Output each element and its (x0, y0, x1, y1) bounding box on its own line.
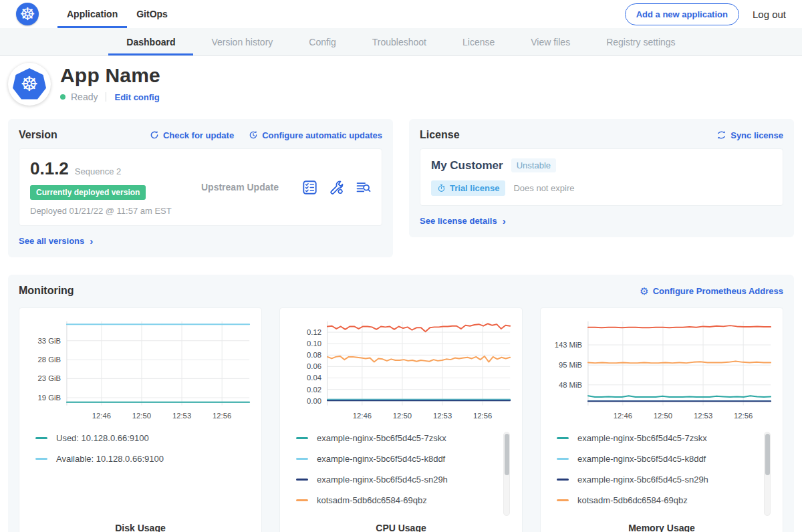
configure-automatic-updates-link[interactable]: Configure automatic updates (249, 130, 382, 140)
legend-dash-icon (557, 437, 569, 439)
chart-title: CPU Usage (287, 516, 515, 532)
deployed-badge: Currently deployed version (30, 185, 146, 200)
svg-text:0.12: 0.12 (307, 328, 321, 336)
legend-item: kotsadm-5db6dc6584-69qbz (557, 495, 756, 505)
legend-label: example-nginx-5bc6f5d4c5-k8ddf (317, 454, 445, 464)
legend-dash-icon (296, 499, 308, 501)
chart-legend: example-nginx-5bc6f5d4c5-7zskxexample-ng… (557, 433, 771, 516)
version-sequence: Sequence 2 (75, 166, 121, 176)
add-application-button[interactable]: Add a new application (625, 3, 739, 25)
svg-text:12:50: 12:50 (393, 412, 412, 420)
scrollbar-thumb[interactable] (505, 434, 509, 475)
legend-dash-icon (557, 458, 569, 460)
svg-text:48 MiB: 48 MiB (559, 381, 582, 389)
sync-arrows-icon (716, 130, 726, 140)
chevron-right-icon: › (90, 235, 93, 247)
legend-item: example-nginx-5bc6f5d4c5-sn29h (557, 475, 756, 485)
chart-card-cpu-usage: 0.000.020.040.060.080.100.1212:4612:5012… (279, 307, 523, 532)
subnav-tab-license[interactable]: License (444, 28, 513, 55)
preflight-checks-icon[interactable] (302, 180, 317, 195)
subnav-tab-troubleshoot[interactable]: Troubleshoot (354, 28, 444, 55)
deployed-timestamp: Deployed 01/21/22 @ 11:57 am EST (30, 206, 197, 216)
chart-legend: Used: 10.128.0.66:9100Available: 10.128.… (35, 433, 249, 515)
legend-dash-icon (35, 458, 47, 460)
chart-card-memory-usage: 48 MiB95 MiB143 MiB12:4612:5012:5312:56e… (540, 307, 783, 532)
svg-text:19 GiB: 19 GiB (38, 394, 61, 402)
svg-text:12:53: 12:53 (694, 412, 712, 420)
edit-config-link[interactable]: Edit config (114, 92, 159, 102)
legend-dash-icon (557, 479, 569, 481)
deploy-logs-icon[interactable] (356, 180, 371, 195)
gear-icon: ⚙ (640, 286, 648, 296)
svg-text:12:56: 12:56 (213, 412, 231, 420)
chevron-right-icon: › (503, 215, 506, 227)
legend-item: example-nginx-5bc6f5d4c5-sn29h (296, 475, 495, 485)
legend-label: kotsadm-5db6dc6584-69qbz (317, 495, 427, 505)
check-for-update-link[interactable]: Check for update (150, 130, 234, 140)
subnav-tab-config[interactable]: Config (291, 28, 354, 55)
legend-dash-icon (296, 458, 308, 460)
svg-text:12:46: 12:46 (353, 412, 372, 420)
svg-text:23 GiB: 23 GiB (38, 374, 61, 382)
legend-label: kotsadm-5db6dc6584-69qbz (577, 495, 688, 505)
configure-prometheus-link[interactable]: ⚙ Configure Prometheus Address (640, 286, 783, 296)
legend-item: kotsadm-5db6dc6584-69qbz (296, 495, 495, 505)
svg-text:0.02: 0.02 (307, 386, 321, 394)
logout-link[interactable]: Log out (753, 9, 786, 20)
svg-text:0.08: 0.08 (307, 351, 321, 359)
customer-name: My Customer (431, 159, 503, 172)
legend-label: example-nginx-5bc6f5d4c5-k8ddf (577, 454, 706, 464)
subnav-tab-dashboard[interactable]: Dashboard (108, 28, 193, 55)
svg-text:95 MiB: 95 MiB (559, 361, 582, 369)
svg-text:12:46: 12:46 (92, 412, 111, 420)
top-navigation: ☸ ApplicationGitOps Add a new applicatio… (0, 0, 802, 28)
see-license-details-link[interactable]: See license details › (420, 215, 506, 227)
svg-text:143 MiB: 143 MiB (555, 341, 582, 349)
license-panel: My Customer Unstable Trial license Does … (420, 148, 783, 206)
subnav-tab-version-history[interactable]: Version history (193, 28, 291, 55)
monitoring-title: Monitoring (19, 285, 74, 297)
chart-card-disk-usage: 19 GiB23 GiB28 GiB33 GiB12:4612:5012:531… (19, 307, 262, 532)
legend-item: example-nginx-5bc6f5d4c5-k8ddf (296, 454, 495, 464)
license-card-title: License (420, 129, 460, 141)
license-card: License Sync license My Custo (409, 119, 794, 237)
svg-text:0.06: 0.06 (307, 362, 321, 370)
edit-config-wrench-icon[interactable] (329, 180, 344, 195)
version-card-title: Version (19, 129, 57, 141)
legend-scrollbar[interactable] (764, 432, 771, 516)
refresh-icon (150, 130, 159, 140)
subnav-tab-registry-settings[interactable]: Registry settings (588, 28, 693, 55)
app-header: ☸ App Name Ready Edit config (0, 56, 802, 115)
legend-item: Used: 10.128.0.66:9100 (35, 433, 249, 443)
scrollbar-thumb[interactable] (765, 434, 770, 475)
svg-text:12:50: 12:50 (132, 412, 151, 420)
svg-text:0.10: 0.10 (307, 340, 321, 348)
status-dot-icon (60, 94, 65, 100)
page-title: App Name (60, 64, 160, 87)
topnav-tabs: ApplicationGitOps (57, 0, 177, 28)
legend-label: example-nginx-5bc6f5d4c5-7zskx (577, 433, 707, 443)
channel-badge: Unstable (511, 158, 556, 172)
license-type-badge: Trial license (431, 180, 505, 196)
legend-item: Available: 10.128.0.66:9100 (35, 454, 249, 464)
svg-text:12:56: 12:56 (734, 412, 753, 420)
sync-license-link[interactable]: Sync license (716, 130, 783, 140)
legend-dash-icon (296, 437, 308, 439)
svg-text:12:50: 12:50 (654, 412, 672, 420)
svg-text:0.00: 0.00 (307, 397, 321, 405)
app-subnav: DashboardVersion historyConfigTroublesho… (0, 28, 802, 56)
legend-dash-icon (296, 479, 308, 481)
svg-text:28 GiB: 28 GiB (38, 356, 61, 364)
topnav-tab-gitops[interactable]: GitOps (127, 0, 177, 28)
legend-label: example-nginx-5bc6f5d4c5-sn29h (317, 475, 448, 485)
legend-label: Available: 10.128.0.66:9100 (56, 454, 164, 464)
subnav-tab-view-files[interactable]: View files (513, 28, 588, 55)
legend-scrollbar[interactable] (503, 432, 510, 516)
see-all-versions-link[interactable]: See all versions › (19, 235, 93, 247)
svg-text:12:46: 12:46 (614, 412, 632, 420)
svg-text:12:53: 12:53 (172, 412, 191, 420)
kubernetes-heptagon-icon: ☸ (13, 68, 46, 100)
topnav-tab-application[interactable]: Application (57, 0, 127, 28)
disk-usage-plot: 19 GiB23 GiB28 GiB33 GiB12:4612:5012:531… (26, 315, 255, 426)
svg-text:0.04: 0.04 (307, 374, 321, 382)
